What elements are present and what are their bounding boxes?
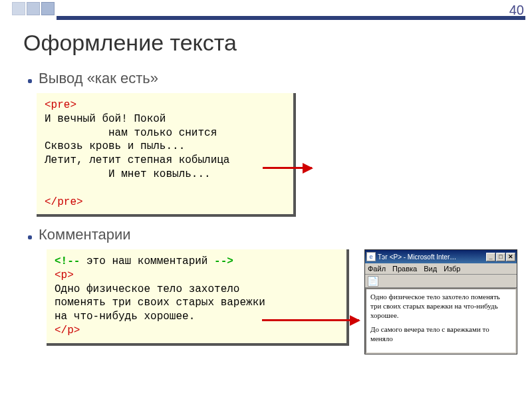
- slide-title: Оформление текста: [23, 30, 237, 56]
- menu-file[interactable]: Файл: [368, 265, 386, 273]
- comment-open: <!--: [55, 255, 80, 267]
- arrow-icon: [262, 319, 359, 321]
- ie-icon: e: [366, 252, 376, 261]
- close-button[interactable]: ✕: [506, 253, 515, 261]
- slide-number: 40: [509, 3, 524, 18]
- browser-title: Тэг <P> - Microsoft Inter…: [378, 253, 486, 261]
- code-block-comment: <!-- это наш комментарий --> <p> Одно фи…: [47, 249, 349, 346]
- pre-body: И вечный бой! Покой нам только снится Ск…: [45, 113, 229, 180]
- browser-titlebar: e Тэг <P> - Microsoft Inter… _ □ ✕: [365, 250, 517, 263]
- deco-square: [27, 2, 40, 15]
- deco-square: [41, 2, 55, 15]
- comment-close: -->: [214, 255, 233, 267]
- p-close-tag: </p>: [55, 325, 80, 336]
- pre-open-tag: <pre>: [45, 99, 76, 111]
- comment-text: это наш комментарий: [80, 255, 214, 267]
- bullet-icon: [28, 235, 32, 239]
- code-block-pre: <pre> И вечный бой! Покой нам только сни…: [37, 93, 296, 217]
- menu-view[interactable]: Вид: [424, 265, 437, 273]
- bullet-label: Комментарии: [39, 226, 131, 243]
- maximize-button[interactable]: □: [496, 253, 505, 261]
- arrow-icon: [263, 167, 312, 169]
- menu-edit[interactable]: Правка: [392, 265, 417, 273]
- browser-menubar: Файл Правка Вид Избр: [365, 263, 517, 275]
- paragraph-1: Одно физическое тело захотело поменять т…: [370, 293, 511, 320]
- pre-close-tag: </pre>: [45, 196, 83, 208]
- document-icon: 📄: [368, 276, 378, 287]
- paragraph-2: До самого вечера тело с варежками то мен…: [370, 325, 511, 344]
- browser-toolbar: 📄: [365, 275, 517, 288]
- p-open-tag: <p>: [55, 269, 74, 281]
- bullet-icon: [28, 79, 32, 83]
- deco-line: [57, 16, 525, 20]
- slide-header: [0, 0, 532, 19]
- bullet-label: Вывод «как есть»: [39, 70, 158, 87]
- deco-square: [12, 2, 25, 15]
- bullet-asis: Вывод «как есть»: [28, 70, 158, 87]
- browser-preview: e Тэг <P> - Microsoft Inter… _ □ ✕ Файл …: [364, 249, 517, 354]
- bullet-comments: Комментарии: [28, 226, 131, 243]
- p-body: Одно физическое тело захотело поменять т…: [55, 283, 265, 323]
- menu-fav[interactable]: Избр: [444, 265, 460, 273]
- browser-content: Одно физическое тело захотело поменять т…: [365, 288, 517, 354]
- minimize-button[interactable]: _: [486, 253, 495, 261]
